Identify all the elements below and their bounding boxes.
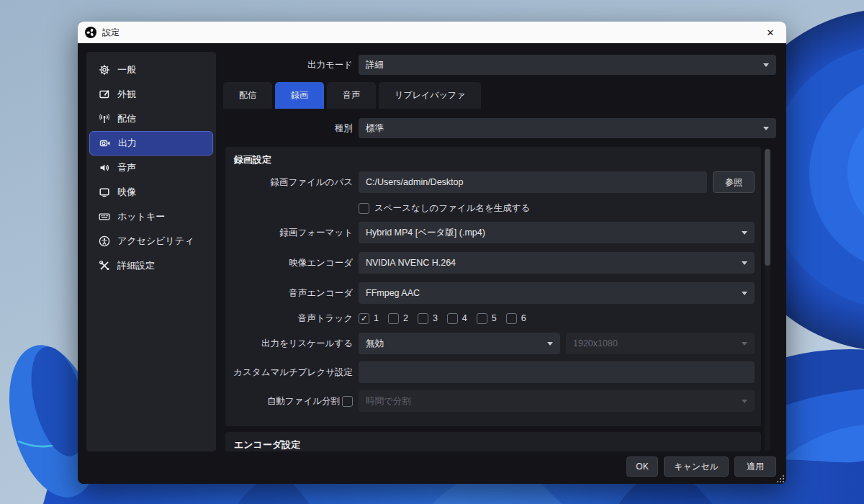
vertical-scrollbar[interactable] <box>765 148 770 451</box>
sidebar-item-stream[interactable]: 配信 <box>89 107 213 131</box>
resize-grip[interactable] <box>778 476 784 482</box>
sidebar-item-label: 外観 <box>117 88 136 101</box>
audio-icon <box>99 162 110 174</box>
sidebar-item-label: 一般 <box>117 63 136 76</box>
audio-encoder-select[interactable]: FFmpeg AAC <box>359 282 755 304</box>
output-mode-value: 詳細 <box>366 59 384 71</box>
audio-track-2-checkbox[interactable] <box>388 313 399 324</box>
rescale-label: 出力をリスケールする <box>225 338 353 350</box>
autosplit-row: 自動ファイル分割 時間で分割 <box>225 390 761 412</box>
audio-track-number: 3 <box>433 313 438 323</box>
no-space-row: スペースなしのファイル名を生成する <box>225 201 761 215</box>
output-mode-label: 出力モード <box>225 59 353 71</box>
output-mode-select[interactable]: 詳細 <box>359 55 776 75</box>
audio-track-4: 4 <box>447 313 467 324</box>
rescale-resolution-value: 1920x1080 <box>573 338 618 348</box>
audio-track-3-checkbox[interactable] <box>418 313 428 324</box>
tab-label: 音声 <box>343 89 360 102</box>
dialog-content: 一般 外観 <box>78 43 786 484</box>
chevron-down-icon <box>742 400 747 403</box>
apply-button[interactable]: 適用 <box>734 456 776 477</box>
obs-logo-icon <box>85 27 96 38</box>
browse-button-label: 参照 <box>725 176 742 189</box>
audio-track-4-checkbox[interactable] <box>447 313 458 324</box>
type-row: 種別 標準 <box>225 118 776 138</box>
recording-settings-panel: 録画設定 録画ファイルのパス C:/Users/admin/Desktop 参照… <box>225 147 761 426</box>
output-mode-row: 出力モード 詳細 <box>225 55 776 75</box>
sidebar-item-video[interactable]: 映像 <box>89 180 213 204</box>
rescale-row: 出力をリスケールする 無効 1920x1080 <box>225 333 761 354</box>
audio-track-1: ✓ 1 <box>359 313 379 324</box>
no-space-label: スペースなしのファイル名を生成する <box>374 202 530 215</box>
audio-tracks: ✓ 1 2 3 4 <box>359 313 536 324</box>
recording-format-label: 録画フォーマット <box>225 227 353 239</box>
muxer-input[interactable] <box>359 361 755 383</box>
video-icon <box>99 186 110 198</box>
dialog-footer: OK キャンセル 適用 <box>626 456 776 477</box>
sidebar-item-accessibility[interactable]: アクセシビリティ <box>89 229 213 253</box>
chevron-down-icon <box>547 342 553 346</box>
settings-sidebar: 一般 外観 <box>86 52 216 451</box>
autosplit-checkbox[interactable] <box>342 396 353 407</box>
sidebar-item-label: 映像 <box>117 186 136 199</box>
muxer-label: カスタムマルチプレクサ設定 <box>225 366 353 379</box>
type-select[interactable]: 標準 <box>359 118 776 138</box>
gear-icon <box>99 64 110 76</box>
audio-track-1-checkbox[interactable]: ✓ <box>359 313 369 324</box>
type-value: 標準 <box>366 122 384 135</box>
tab-label: リプレイバッファ <box>395 89 465 102</box>
titlebar: 設定 ✕ <box>78 22 786 43</box>
audio-track-number: 6 <box>521 313 526 323</box>
tab-replay-buffer[interactable]: リプレイバッファ <box>379 82 481 109</box>
apply-button-label: 適用 <box>747 461 764 473</box>
audio-track-number: 1 <box>374 313 379 323</box>
tab-recording[interactable]: 録画 <box>275 82 324 109</box>
recording-format-row: 録画フォーマット Hybrid MP4 [ベータ版] (.mp4) <box>225 222 761 243</box>
audio-encoder-row: 音声エンコーダ FFmpeg AAC <box>225 282 761 304</box>
scrollbar-thumb[interactable] <box>765 149 770 266</box>
cancel-button[interactable]: キャンセル <box>664 456 729 477</box>
output-tabs: 配信 録画 音声 リプレイバッファ <box>223 82 481 109</box>
encoder-settings-panel: エンコーダ設定 <box>225 432 761 451</box>
broadcast-icon <box>99 113 110 125</box>
appearance-icon <box>99 89 110 100</box>
audio-tracks-label: 音声トラック <box>225 312 353 325</box>
browse-button[interactable]: 参照 <box>713 171 755 193</box>
audio-track-number: 4 <box>462 313 467 323</box>
sidebar-item-audio[interactable]: 音声 <box>89 156 213 180</box>
video-encoder-label: 映像エンコーダ <box>225 257 353 269</box>
tab-audio[interactable]: 音声 <box>327 82 376 109</box>
recording-path-input[interactable]: C:/Users/admin/Desktop <box>359 171 707 193</box>
ok-button[interactable]: OK <box>626 456 658 477</box>
sidebar-item-output[interactable]: 出力 <box>89 131 213 156</box>
sidebar-item-hotkeys[interactable]: ホットキー <box>89 204 213 229</box>
audio-track-5-checkbox[interactable] <box>477 313 487 324</box>
autosplit-mode-select[interactable]: 時間で分割 <box>359 390 755 412</box>
recording-format-select[interactable]: Hybrid MP4 [ベータ版] (.mp4) <box>359 222 755 243</box>
audio-track-3: 3 <box>418 313 438 324</box>
sidebar-item-label: 音声 <box>117 161 136 174</box>
rescale-resolution-select[interactable]: 1920x1080 <box>566 333 755 354</box>
close-icon[interactable]: ✕ <box>755 22 786 43</box>
audio-track-number: 5 <box>492 313 497 323</box>
chevron-down-icon <box>742 261 747 265</box>
sidebar-item-label: 詳細設定 <box>117 259 155 272</box>
sidebar-item-appearance[interactable]: 外観 <box>89 82 213 107</box>
tab-stream[interactable]: 配信 <box>223 82 272 109</box>
video-encoder-value: NVIDIA NVENC H.264 <box>366 258 456 268</box>
video-encoder-select[interactable]: NVIDIA NVENC H.264 <box>359 252 755 274</box>
video-encoder-row: 映像エンコーダ NVIDIA NVENC H.264 <box>225 252 761 274</box>
audio-track-number: 2 <box>403 313 408 323</box>
sidebar-item-label: 配信 <box>117 112 136 125</box>
no-space-checkbox[interactable] <box>359 203 369 214</box>
rescale-select[interactable]: 無効 <box>359 333 560 354</box>
sidebar-item-advanced[interactable]: 詳細設定 <box>89 253 213 278</box>
section-title: 録画設定 <box>234 153 271 166</box>
autosplit-label: 自動ファイル分割 <box>267 395 340 408</box>
sidebar-item-general[interactable]: 一般 <box>89 58 213 82</box>
window-title: 設定 <box>102 27 120 39</box>
audio-track-6-checkbox[interactable] <box>506 313 517 324</box>
muxer-row: カスタムマルチプレクサ設定 <box>225 361 761 383</box>
chevron-down-icon <box>763 127 769 130</box>
autosplit-label-wrap: 自動ファイル分割 <box>225 395 353 408</box>
